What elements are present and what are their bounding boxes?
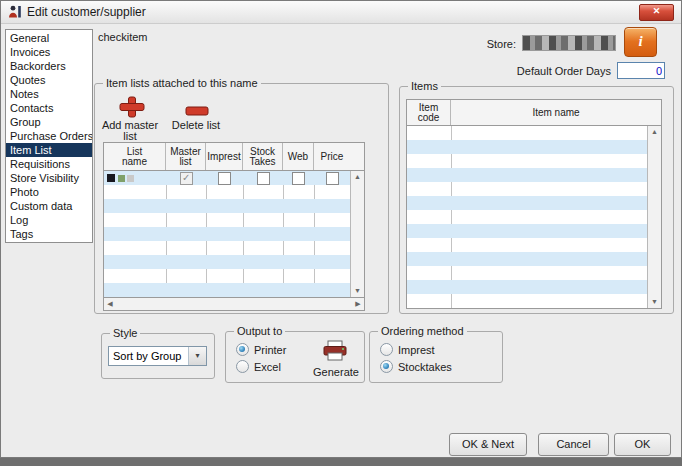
sidebar-item-backorders[interactable]: Backorders (6, 59, 92, 73)
col-item-name: Item name (451, 100, 661, 125)
excel-radio[interactable]: Excel (236, 360, 281, 373)
sidebar-item-item-list[interactable]: Item List (6, 143, 92, 157)
sidebar-item-store-visibility[interactable]: Store Visibility (6, 171, 92, 185)
item-lists-groupbox: Item lists attached to this name Add mas… (94, 83, 389, 314)
sidebar-item-requisitions[interactable]: Requisitions (6, 157, 92, 171)
scroll-up-icon[interactable]: ▲ (648, 126, 661, 138)
empty-row (407, 294, 647, 308)
sidebar-item-photo[interactable]: Photo (6, 185, 92, 199)
items-group-title: Items (408, 80, 441, 92)
empty-row (104, 199, 350, 213)
chevron-down-icon[interactable]: ▾ (188, 347, 206, 365)
scroll-left-icon[interactable]: ◀ (104, 298, 116, 309)
imprest-radio[interactable]: Imprest (380, 343, 435, 356)
ordering-group-title: Ordering method (378, 325, 467, 337)
style-group-title: Style (110, 327, 140, 339)
info-button[interactable]: i (624, 27, 657, 57)
empty-row (104, 255, 350, 269)
sidebar-item-custom-data[interactable]: Custom data (6, 199, 92, 213)
sort-dropdown[interactable]: Sort by Group ▾ (108, 346, 207, 366)
printer-icon (322, 340, 348, 362)
empty-row (407, 154, 647, 168)
col-price: Price (314, 143, 350, 170)
item-lists-table: List name Master list Imprest Stock Take… (103, 142, 365, 298)
sidebar-item-group[interactable]: Group (6, 115, 92, 129)
radio-icon (236, 360, 249, 373)
store-value-redacted (522, 35, 616, 51)
sidebar-item-invoices[interactable]: Invoices (6, 45, 92, 59)
minus-icon (185, 106, 209, 116)
lists-vertical-scrollbar[interactable]: ▲ ▼ (350, 171, 364, 297)
empty-row (407, 140, 647, 154)
scroll-down-icon[interactable]: ▼ (351, 285, 364, 297)
app-icon (7, 4, 23, 20)
items-groupbox: Items Item code Item name (399, 86, 674, 314)
sidebar-item-general[interactable]: General (6, 31, 92, 45)
excel-radio-label: Excel (254, 361, 281, 373)
col-master-list: Master list (166, 143, 206, 170)
empty-row (104, 241, 350, 255)
edit-customer-supplier-dialog: Edit customer/supplier ✕ General Invoice… (0, 0, 682, 458)
col-web: Web (283, 143, 314, 170)
empty-row (407, 266, 647, 280)
empty-row (407, 182, 647, 196)
scroll-down-icon[interactable]: ▼ (648, 296, 661, 308)
sidebar-item-tags[interactable]: Tags (6, 227, 92, 241)
empty-row (407, 252, 647, 266)
window-title: Edit customer/supplier (27, 5, 146, 19)
customer-name: checkitem (98, 31, 148, 43)
printer-radio[interactable]: Printer (236, 343, 286, 356)
radio-icon (380, 343, 393, 356)
scroll-right-icon[interactable]: ▶ (352, 298, 364, 309)
ok-button[interactable]: OK (614, 433, 671, 456)
imprest-checkbox[interactable] (218, 172, 231, 185)
cancel-button[interactable]: Cancel (538, 433, 609, 456)
close-button[interactable]: ✕ (639, 4, 674, 21)
sidebar-item-quotes[interactable]: Quotes (6, 73, 92, 87)
price-checkbox[interactable] (326, 172, 339, 185)
radio-icon (236, 343, 249, 356)
lists-horizontal-scrollbar[interactable]: ◀ ▶ (103, 298, 365, 311)
print-button[interactable] (322, 340, 350, 362)
col-item-code: Item code (407, 100, 451, 125)
delete-list-label: Delete list (169, 120, 223, 131)
col-list-name: List name (104, 143, 166, 170)
empty-row (407, 280, 647, 294)
items-vertical-scrollbar[interactable]: ▲ ▼ (647, 126, 661, 308)
sidebar-item-contacts[interactable]: Contacts (6, 101, 92, 115)
stocktakes-radio[interactable]: Stocktakes (380, 360, 452, 373)
master-list-row[interactable] (104, 171, 350, 185)
empty-row (407, 168, 647, 182)
ordering-groupbox: Ordering method Imprest Stocktakes (369, 331, 503, 383)
web-checkbox[interactable] (292, 172, 305, 185)
imprest-radio-label: Imprest (398, 344, 435, 356)
default-order-days-input[interactable] (617, 62, 665, 79)
empty-row (407, 196, 647, 210)
empty-row (407, 210, 647, 224)
item-lists-group-title: Item lists attached to this name (103, 77, 261, 89)
scroll-up-icon[interactable]: ▲ (351, 171, 364, 183)
items-table-header: Item code Item name (407, 100, 661, 126)
radio-icon (380, 360, 393, 373)
empty-row (104, 269, 350, 283)
delete-list-button[interactable] (185, 102, 209, 112)
empty-row (407, 238, 647, 252)
sidebar-item-notes[interactable]: Notes (6, 87, 92, 101)
titlebar[interactable]: Edit customer/supplier ✕ (1, 1, 681, 24)
stock-takes-checkbox[interactable] (257, 172, 270, 185)
sidebar-item-log[interactable]: Log (6, 213, 92, 227)
redacted-list-name (107, 174, 115, 182)
master-list-checkbox[interactable] (180, 172, 193, 185)
add-master-list-button[interactable] (119, 96, 145, 118)
item-lists-table-header: List name Master list Imprest Stock Take… (104, 143, 364, 171)
output-group-title: Output to (234, 325, 285, 337)
info-icon: i (638, 33, 642, 49)
ok-next-button[interactable]: OK & Next (449, 433, 527, 456)
sidebar: General Invoices Backorders Quotes Notes… (5, 29, 93, 243)
sort-dropdown-value: Sort by Group (113, 350, 181, 362)
sidebar-item-purchase-orders[interactable]: Purchase Orders (6, 129, 92, 143)
col-stock-takes: Stock Takes (243, 143, 283, 170)
col-imprest: Imprest (206, 143, 243, 170)
close-icon: ✕ (653, 6, 661, 16)
items-table-body (407, 126, 647, 308)
